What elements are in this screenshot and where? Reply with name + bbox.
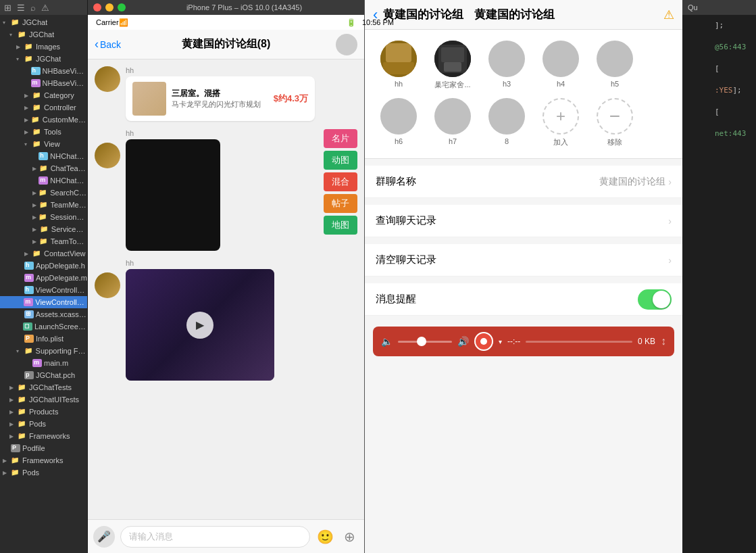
member-8[interactable]: 8 bbox=[484, 98, 530, 147]
quick-reply-map[interactable]: 地图 bbox=[324, 216, 357, 235]
chat-video[interactable]: ▶ bbox=[126, 269, 274, 381]
tree-item-nhchatmess-m[interactable]: m NHChatMess... bbox=[0, 174, 87, 187]
tree-item-jgchat-root[interactable]: ▾ 📁 JGChat bbox=[0, 16, 87, 28]
tree-item-images[interactable]: ▶ 📁 Images bbox=[0, 41, 87, 53]
add-button[interactable]: ⊕ bbox=[340, 527, 359, 546]
code-content: net:443 bbox=[715, 128, 746, 139]
maximize-button[interactable] bbox=[118, 3, 126, 11]
code-content bbox=[715, 74, 720, 85]
tree-item-category[interactable]: ▶ 📁 Category bbox=[0, 89, 87, 101]
remove-label: 移除 bbox=[607, 137, 622, 147]
tree-item-viewcontroller-m[interactable]: m ViewController.m bbox=[0, 296, 87, 308]
expand-arrow: ▶ bbox=[32, 166, 38, 172]
record-button[interactable] bbox=[474, 332, 493, 351]
expand-arrow: ▾ bbox=[16, 56, 23, 62]
tree-item-contactview[interactable]: ▶ 📁 ContactView bbox=[0, 247, 87, 260]
tree-item-jgchatuitests[interactable]: ▶ 📁 JGChatUITests bbox=[0, 393, 87, 406]
tree-item-info-plist[interactable]: P Info.plist bbox=[0, 333, 87, 345]
file-pch-icon: p bbox=[24, 371, 34, 379]
member-hh[interactable]: hh bbox=[376, 41, 422, 90]
tree-item-controller[interactable]: ▶ 📁 Controller bbox=[0, 101, 87, 114]
tree-item-assets[interactable]: ⊞ Assets.xcassets bbox=[0, 308, 87, 320]
minimize-button[interactable] bbox=[105, 3, 114, 11]
tree-item-sessionlistf[interactable]: ▶ 📁 SessionListFi... bbox=[0, 211, 87, 223]
quick-reply-business-card[interactable]: 名片 bbox=[324, 129, 357, 148]
list-icon: ☰ bbox=[17, 3, 25, 13]
tree-item-jgchattests[interactable]: ▶ 📁 JGChatTests bbox=[0, 381, 87, 393]
member-h5[interactable]: h5 bbox=[592, 41, 638, 90]
tree-item-chatteamto[interactable]: ▶ 📁 ChatTeamTo... bbox=[0, 162, 87, 174]
tree-item-servicecard[interactable]: ▶ 📁 ServiceCard bbox=[0, 223, 87, 235]
back-button[interactable]: ‹ Back bbox=[95, 37, 121, 51]
tree-label: ChatTeamTo... bbox=[51, 164, 87, 172]
query-history-row[interactable]: 查询聊天记录 › bbox=[365, 205, 682, 237]
quick-reply-sticker[interactable]: 帖子 bbox=[324, 194, 357, 213]
code-line: :YES]; bbox=[688, 85, 751, 96]
add-member-button[interactable]: + 加入 bbox=[538, 98, 584, 147]
notification-row: 消息提醒 bbox=[365, 283, 682, 316]
tree-item-podfile[interactable]: P Podfile bbox=[0, 442, 87, 454]
tree-item-main-m[interactable]: m main.m bbox=[0, 357, 87, 369]
play-button-icon[interactable]: ▶ bbox=[186, 312, 213, 339]
folder-icon: 📁 bbox=[11, 468, 20, 477]
tree-label: SearchChatM... bbox=[50, 189, 87, 197]
tree-item-appdelegate-m[interactable]: m AppDelegate.m bbox=[0, 272, 87, 284]
tree-item-pods[interactable]: ▶ 📁 Pods bbox=[0, 418, 87, 430]
line-number bbox=[688, 74, 707, 85]
tree-item-nhbaseviewco-m[interactable]: m NHBaseViewCo... bbox=[0, 77, 87, 89]
member-cz[interactable]: 巢宅家舍... bbox=[430, 41, 476, 90]
tree-item-nhchatmess-h[interactable]: h NHChatMess... bbox=[0, 150, 87, 162]
clear-history-row[interactable]: 清空聊天记录 › bbox=[365, 244, 682, 276]
group-name-row[interactable]: 群聊名称 黄建国的讨论组 › bbox=[365, 166, 682, 198]
member-h6[interactable]: h6 bbox=[376, 98, 422, 147]
file-m-icon: m bbox=[24, 274, 34, 282]
notification-toggle[interactable] bbox=[638, 289, 672, 310]
group-detail-nav: ‹ 黄建国的讨论组 黄建国的讨论组 ⚠ bbox=[365, 0, 682, 30]
tree-item-custommessag[interactable]: ▶ 📁 CustomMessag... bbox=[0, 114, 87, 126]
tree-item-tools[interactable]: ▶ 📁 Tools bbox=[0, 126, 87, 138]
volume-slider[interactable] bbox=[398, 341, 452, 343]
code-line: [ bbox=[688, 64, 751, 74]
tree-item-launchscreen[interactable]: ◻ LaunchScreen.sto... bbox=[0, 320, 87, 333]
code-area[interactable]: ]; @56:443 [ :YES]; bbox=[682, 15, 756, 553]
chat-text-input[interactable]: 请输入消息 bbox=[120, 526, 310, 548]
tree-item-searchchatm[interactable]: ▶ 📁 SearchChatM... bbox=[0, 187, 87, 199]
expand-arrow: ▶ bbox=[9, 385, 16, 391]
quick-reply-mixed[interactable]: 混合 bbox=[324, 172, 357, 191]
tree-label: JGChat bbox=[22, 18, 47, 26]
tree-item-products[interactable]: ▶ 📁 Products bbox=[0, 406, 87, 418]
tree-item-nhbaseviewco-h[interactable]: h NHBaseViewCo... bbox=[0, 65, 87, 77]
nav-avatar bbox=[336, 34, 357, 55]
member-h3[interactable]: h3 bbox=[484, 41, 530, 90]
tree-item-appdelegate-h[interactable]: h AppDelegate.h bbox=[0, 260, 87, 272]
tree-label: Podfile bbox=[22, 444, 45, 452]
tree-item-frameworks2[interactable]: ▶ 📁 Frameworks bbox=[0, 454, 87, 466]
tree-item-jgchat-pch[interactable]: p JGChat.pch bbox=[0, 369, 87, 381]
tree-item-jgchat2[interactable]: ▾ 📁 JGChat bbox=[0, 53, 87, 65]
member-name-8: 8 bbox=[505, 137, 509, 145]
tree-label: JGChat bbox=[36, 55, 61, 63]
close-button[interactable] bbox=[93, 3, 101, 11]
member-h7[interactable]: h7 bbox=[430, 98, 476, 147]
battery-icon: 🔋 bbox=[347, 18, 356, 27]
tree-item-jgchat[interactable]: ▾ 📁 JGChat bbox=[0, 28, 87, 41]
tree-item-frameworks[interactable]: ▶ 📁 Frameworks bbox=[0, 430, 87, 442]
tree-item-view[interactable]: ▾ 📁 View bbox=[0, 138, 87, 150]
line-number bbox=[688, 85, 707, 96]
mic-button[interactable]: 🎤 bbox=[93, 526, 115, 548]
dropdown-arrow-icon[interactable]: ▾ bbox=[499, 338, 502, 345]
tree-item-teamtopvie[interactable]: ▶ 📁 TeamTopVie... bbox=[0, 235, 87, 247]
tree-item-teammembe[interactable]: ▶ 📁 TeamMembe... bbox=[0, 199, 87, 211]
emoji-button[interactable]: 🙂 bbox=[316, 527, 334, 546]
quick-reply-gif[interactable]: 动图 bbox=[324, 151, 357, 170]
product-bubble: 三居室。混搭 马卡龙罕见的闪光灯市规划 $约4.3万 bbox=[126, 76, 315, 121]
tree-item-viewcontroller-h[interactable]: h ViewController.h bbox=[0, 284, 87, 296]
tree-label: SessionListFi... bbox=[50, 213, 87, 221]
tree-item-supporting-files[interactable]: ▾ 📁 Supporting Files bbox=[0, 345, 87, 357]
simulator-title: iPhone 7 Plus – iOS 10.0 (14A345) bbox=[186, 3, 302, 11]
tree-label: ContactView bbox=[44, 249, 86, 258]
sidebar-toolbar: ⊞ ☰ ⌕ ⚠ bbox=[0, 0, 87, 15]
remove-member-button[interactable]: − 移除 bbox=[592, 98, 638, 147]
member-h4[interactable]: h4 bbox=[538, 41, 584, 90]
tree-item-pods2[interactable]: ▶ 📁 Pods bbox=[0, 466, 87, 479]
